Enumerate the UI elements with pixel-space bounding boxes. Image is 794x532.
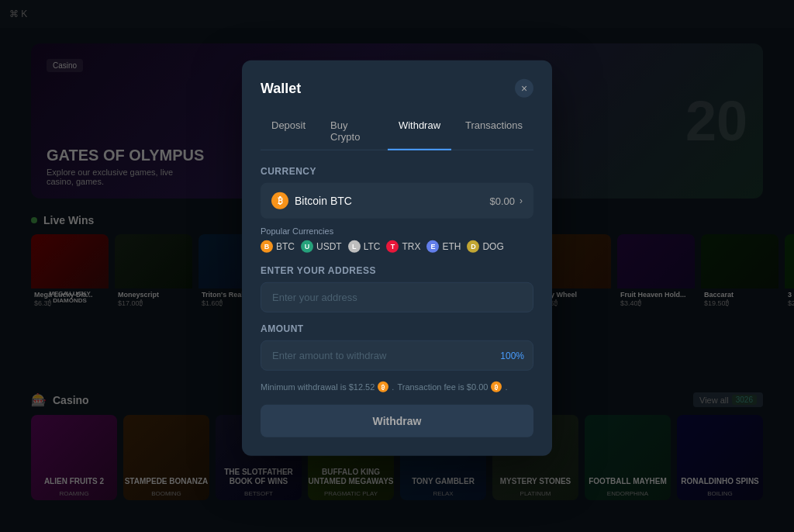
tab-deposit[interactable]: Deposit <box>261 113 316 150</box>
currency-pill-eth[interactable]: EETH <box>426 240 461 253</box>
fee-note: Minimum withdrawal is $12.52 ₿ . Transac… <box>261 382 533 392</box>
fee-coin-icon: ₿ <box>378 382 388 392</box>
address-input[interactable] <box>261 282 533 313</box>
pill-label-eth: ETH <box>442 241 461 252</box>
tab-transactions[interactable]: Transactions <box>454 113 533 150</box>
amount-input[interactable] <box>261 340 533 371</box>
amount-section: Amount 100% <box>261 323 533 371</box>
pill-icon-eth: E <box>426 240 439 253</box>
amount-label: Amount <box>261 323 533 334</box>
fee-coin-icon2: ₿ <box>491 382 502 392</box>
pill-icon-dog: D <box>467 240 479 253</box>
pill-label-trx: TRX <box>402 241 420 252</box>
popular-currencies-label: Popular Currencies <box>261 226 533 236</box>
currency-amount: $0.00 › <box>489 195 523 206</box>
currency-pill-usdt[interactable]: UUSDT <box>301 240 342 253</box>
tab-buy-crypto[interactable]: Buy Crypto <box>319 113 385 150</box>
btc-icon: ₿ <box>271 192 288 209</box>
withdraw-button[interactable]: Withdraw <box>261 405 533 437</box>
pill-icon-usdt: U <box>301 240 313 253</box>
modal-header: Wallet × <box>261 79 533 98</box>
pill-icon-btc: B <box>261 240 273 253</box>
pill-icon-trx: T <box>386 240 399 253</box>
modal-title: Wallet <box>261 80 301 96</box>
fee-note-text2: . <box>392 382 394 392</box>
fee-note-text: Minimum withdrawal is $12.52 <box>261 382 375 392</box>
pill-label-usdt: USDT <box>316 241 342 252</box>
pill-label-ltc: LTC <box>364 241 381 252</box>
fee-note2-text: Transaction fee is $0.00 <box>397 382 488 392</box>
currency-left: ₿ Bitcoin BTC <box>271 192 352 209</box>
tab-withdraw[interactable]: Withdraw <box>388 113 451 150</box>
pill-icon-ltc: L <box>348 240 361 253</box>
wallet-modal: Wallet × DepositBuy CryptoWithdrawTransa… <box>242 60 552 456</box>
currency-pill-btc[interactable]: BBTC <box>261 240 295 253</box>
currency-pill-dog[interactable]: DDOG <box>467 240 503 253</box>
currency-pill-ltc[interactable]: LLTC <box>348 240 381 253</box>
close-button[interactable]: × <box>515 79 533 98</box>
chevron-right-icon: › <box>520 195 523 206</box>
currency-label: Currency <box>261 166 533 177</box>
pill-label-dog: DOG <box>482 241 503 252</box>
amount-percent-button[interactable]: 100% <box>500 350 524 361</box>
currency-name: Bitcoin BTC <box>295 195 352 207</box>
currency-section: Currency ₿ Bitcoin BTC $0.00 › Popular C… <box>261 166 533 253</box>
pill-label-btc: BTC <box>276 241 295 252</box>
amount-row: 100% <box>261 340 533 371</box>
currency-amount-value: $0.00 <box>489 195 515 206</box>
address-label: Enter your address <box>261 265 533 276</box>
modal-tabs: DepositBuy CryptoWithdrawTransactions <box>261 113 533 150</box>
currency-pill-trx[interactable]: TTRX <box>386 240 420 253</box>
currency-selector[interactable]: ₿ Bitcoin BTC $0.00 › <box>261 183 533 219</box>
currency-pills: BBTCUUSDTLLTCTTRXEETHDDOG <box>261 240 533 253</box>
address-section: Enter your address <box>261 265 533 313</box>
fee-dot: . <box>505 382 507 392</box>
